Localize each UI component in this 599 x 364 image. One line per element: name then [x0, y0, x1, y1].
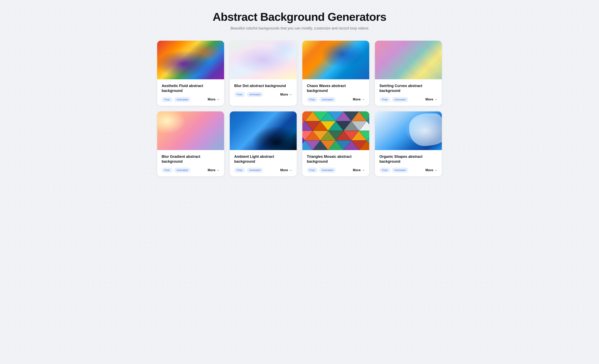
- badge-free-triangles-mosaic: Free: [307, 168, 317, 173]
- card-footer-ambient-light: FreeAnimatedMore →: [234, 168, 292, 173]
- badge-animated-aesthetic-fluid: Animated: [174, 97, 191, 102]
- card-aesthetic-fluid: Aesthetic Fluid abstract backgroundFreeA…: [157, 41, 224, 106]
- card-title-aesthetic-fluid: Aesthetic Fluid abstract background: [162, 83, 220, 93]
- badge-animated-triangles-mosaic: Animated: [319, 168, 336, 173]
- card-title-blur-gradient: Blur Gradient abstract background: [162, 154, 220, 164]
- card-grid: Aesthetic Fluid abstract backgroundFreeA…: [157, 41, 442, 176]
- card-footer-swirling-curves: FreeAnimatedMore →: [379, 97, 437, 102]
- more-link-blur-dot[interactable]: More →: [280, 93, 292, 96]
- card-title-ambient-light: Ambient Light abstract background: [234, 154, 292, 164]
- more-link-aesthetic-fluid[interactable]: More →: [208, 98, 220, 101]
- badge-animated-blur-gradient: Animated: [174, 168, 191, 173]
- badge-free-chaos-waves: Free: [307, 97, 317, 102]
- page-subtitle: Beautiful colorful backgrounds that you …: [12, 26, 587, 30]
- card-footer-blur-gradient: FreeAnimatedMore →: [162, 168, 220, 173]
- thumbnail-chaos-waves[interactable]: [302, 41, 369, 79]
- more-link-swirling-curves[interactable]: More →: [425, 98, 437, 101]
- card-footer-chaos-waves: FreeAnimatedMore →: [307, 97, 365, 102]
- badge-animated-blur-dot: Animated: [247, 92, 263, 97]
- card-blur-dot: Blur Dot abstract backgroundFreeAnimated…: [230, 41, 297, 106]
- card-swirling-curves: Swirling Curves abstract backgroundFreeA…: [375, 41, 442, 106]
- card-ambient-light: Ambient Light abstract backgroundFreeAni…: [230, 111, 297, 177]
- more-link-organic-shapes[interactable]: More →: [425, 168, 437, 172]
- card-title-organic-shapes: Organic Shapes abstract background: [379, 154, 437, 164]
- thumbnail-ambient-light[interactable]: [230, 111, 297, 150]
- thumbnail-blur-gradient[interactable]: [157, 111, 224, 150]
- badge-free-aesthetic-fluid: Free: [162, 97, 172, 102]
- badge-animated-chaos-waves: Animated: [319, 97, 336, 102]
- thumbnail-blur-dot[interactable]: [230, 41, 297, 79]
- card-blur-gradient: Blur Gradient abstract backgroundFreeAni…: [157, 111, 224, 177]
- card-body-ambient-light: Ambient Light abstract backgroundFreeAni…: [230, 150, 297, 177]
- more-link-triangles-mosaic[interactable]: More →: [353, 168, 365, 172]
- card-triangles-mosaic: Triangles Mosaic abstract backgroundFree…: [302, 111, 369, 177]
- more-link-ambient-light[interactable]: More →: [280, 168, 292, 172]
- badge-free-swirling-curves: Free: [379, 97, 390, 102]
- badge-animated-ambient-light: Animated: [247, 168, 263, 173]
- card-body-aesthetic-fluid: Aesthetic Fluid abstract backgroundFreeA…: [157, 79, 224, 106]
- page-header: Abstract Background Generators Beautiful…: [12, 10, 587, 30]
- card-body-blur-gradient: Blur Gradient abstract backgroundFreeAni…: [157, 150, 224, 177]
- card-organic-shapes: Organic Shapes abstract backgroundFreeAn…: [375, 111, 442, 177]
- card-footer-aesthetic-fluid: FreeAnimatedMore →: [162, 97, 220, 102]
- card-title-chaos-waves: Chaos Waves abstract background: [307, 83, 365, 93]
- card-footer-organic-shapes: FreeAnimatedMore →: [379, 168, 437, 173]
- badge-free-organic-shapes: Free: [379, 168, 390, 173]
- thumbnail-organic-shapes[interactable]: [375, 111, 442, 150]
- more-link-blur-gradient[interactable]: More →: [208, 168, 220, 172]
- badge-free-ambient-light: Free: [234, 168, 245, 173]
- badge-free-blur-dot: Free: [234, 92, 245, 97]
- thumbnail-aesthetic-fluid[interactable]: [157, 41, 224, 79]
- card-footer-blur-dot: FreeAnimatedMore →: [234, 92, 292, 97]
- badge-animated-swirling-curves: Animated: [392, 97, 408, 102]
- card-footer-triangles-mosaic: FreeAnimatedMore →: [307, 168, 365, 173]
- page-title: Abstract Background Generators: [12, 10, 587, 23]
- card-body-triangles-mosaic: Triangles Mosaic abstract backgroundFree…: [302, 150, 369, 177]
- thumbnail-triangles-mosaic[interactable]: [302, 111, 369, 150]
- card-chaos-waves: Chaos Waves abstract backgroundFreeAnima…: [302, 41, 369, 106]
- card-title-blur-dot: Blur Dot abstract background: [234, 83, 292, 88]
- card-body-blur-dot: Blur Dot abstract backgroundFreeAnimated…: [230, 79, 297, 101]
- card-body-swirling-curves: Swirling Curves abstract backgroundFreeA…: [375, 79, 442, 106]
- more-link-chaos-waves[interactable]: More →: [353, 98, 365, 101]
- badge-animated-organic-shapes: Animated: [392, 168, 408, 173]
- badge-free-blur-gradient: Free: [162, 168, 172, 173]
- card-title-swirling-curves: Swirling Curves abstract background: [379, 83, 437, 93]
- card-title-triangles-mosaic: Triangles Mosaic abstract background: [307, 154, 365, 164]
- card-body-chaos-waves: Chaos Waves abstract backgroundFreeAnima…: [302, 79, 369, 106]
- thumbnail-swirling-curves[interactable]: [375, 41, 442, 79]
- card-body-organic-shapes: Organic Shapes abstract backgroundFreeAn…: [375, 150, 442, 177]
